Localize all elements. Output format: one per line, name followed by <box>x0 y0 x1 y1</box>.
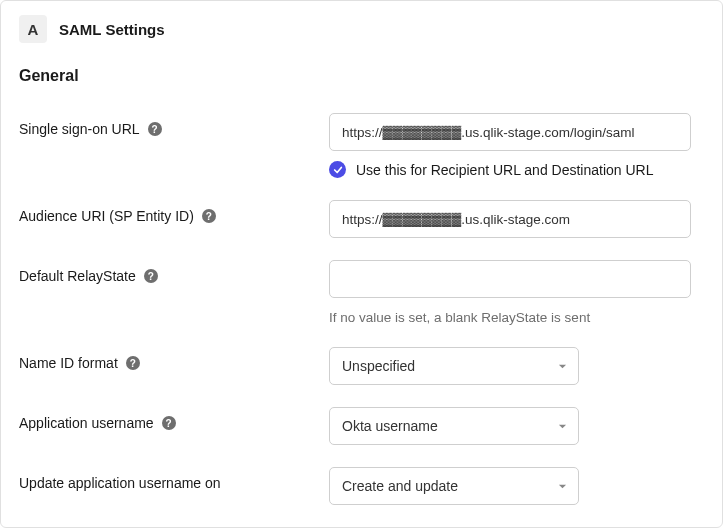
help-icon[interactable]: ? <box>202 209 216 223</box>
help-icon[interactable]: ? <box>162 416 176 430</box>
row-name-id-format: Name ID format ? Unspecified <box>19 347 704 385</box>
label-update-username: Update application username on <box>19 467 329 491</box>
row-relaystate: Default RelayState ? If no value is set,… <box>19 260 704 325</box>
recipient-destination-checkbox[interactable] <box>329 161 346 178</box>
section-letter: A <box>28 21 39 38</box>
label-update-username-text: Update application username on <box>19 475 221 491</box>
label-app-username-text: Application username <box>19 415 154 431</box>
relaystate-hint: If no value is set, a blank RelayState i… <box>329 310 704 325</box>
panel-title: SAML Settings <box>59 21 165 38</box>
label-sso-url: Single sign-on URL ? <box>19 113 329 137</box>
help-icon[interactable]: ? <box>148 122 162 136</box>
panel-header: A SAML Settings <box>19 15 704 43</box>
update-username-selected: Create and update <box>342 478 458 494</box>
row-app-username: Application username ? Okta username <box>19 407 704 445</box>
name-id-format-selected: Unspecified <box>342 358 415 374</box>
name-id-format-select[interactable]: Unspecified <box>329 347 579 385</box>
label-relaystate: Default RelayState ? <box>19 260 329 284</box>
recipient-destination-label: Use this for Recipient URL and Destinati… <box>356 162 654 178</box>
help-icon[interactable]: ? <box>144 269 158 283</box>
label-sso-url-text: Single sign-on URL <box>19 121 140 137</box>
row-audience-uri: Audience URI (SP Entity ID) ? <box>19 200 704 238</box>
row-sso-url: Single sign-on URL ? Use this for Recipi… <box>19 113 704 178</box>
section-general-title: General <box>19 67 704 85</box>
label-audience-uri: Audience URI (SP Entity ID) ? <box>19 200 329 224</box>
label-name-id-format-text: Name ID format <box>19 355 118 371</box>
check-icon <box>333 165 343 175</box>
label-name-id-format: Name ID format ? <box>19 347 329 371</box>
help-icon[interactable]: ? <box>126 356 140 370</box>
label-audience-uri-text: Audience URI (SP Entity ID) <box>19 208 194 224</box>
relaystate-input[interactable] <box>329 260 691 298</box>
saml-settings-panel: A SAML Settings General Single sign-on U… <box>0 0 723 528</box>
sso-url-checkbox-row: Use this for Recipient URL and Destinati… <box>329 161 704 178</box>
label-relaystate-text: Default RelayState <box>19 268 136 284</box>
update-username-select[interactable]: Create and update <box>329 467 579 505</box>
row-update-username: Update application username on Create an… <box>19 467 704 505</box>
audience-uri-input[interactable] <box>329 200 691 238</box>
sso-url-input[interactable] <box>329 113 691 151</box>
app-username-select[interactable]: Okta username <box>329 407 579 445</box>
label-app-username: Application username ? <box>19 407 329 431</box>
section-letter-icon: A <box>19 15 47 43</box>
app-username-selected: Okta username <box>342 418 438 434</box>
